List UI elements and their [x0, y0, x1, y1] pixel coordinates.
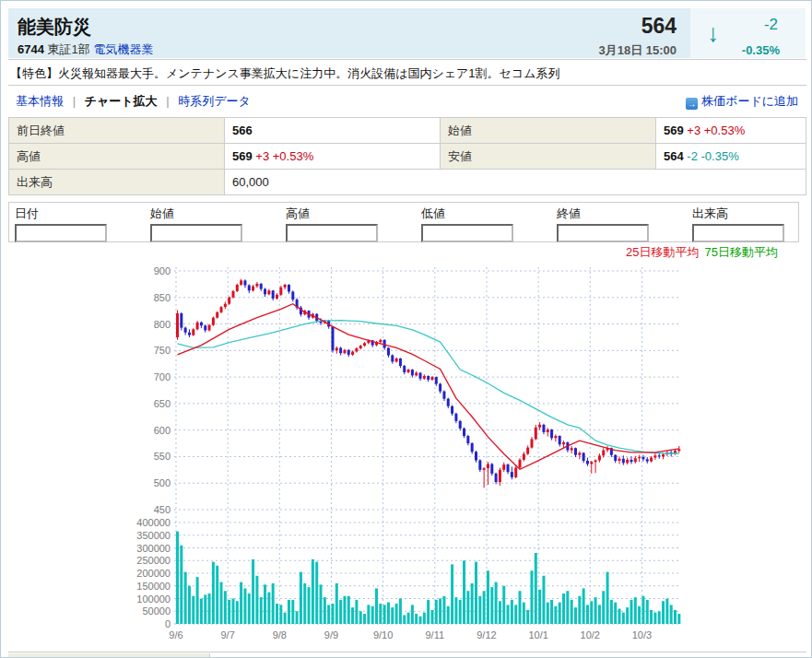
stock-sub-line: 6744 東証1部 電気機器業	[18, 41, 153, 58]
input-col-low: 低値	[421, 205, 550, 242]
tab-separator: |	[166, 94, 169, 108]
add-to-price-board[interactable]: →株価ボードに追加	[686, 93, 798, 110]
add-board-arrow-icon: →	[686, 98, 698, 110]
quote-header: 能美防災 6744 東証1部 電気機器業 564 3月18日 15:00 ↓ -…	[8, 8, 806, 58]
svg-text:750: 750	[154, 345, 171, 356]
price-change: -2	[764, 16, 778, 34]
tab-separator: |	[73, 94, 76, 108]
volume-label: 出来高	[9, 170, 225, 195]
stock-market: 東証1部	[48, 42, 90, 56]
svg-text:100000: 100000	[136, 593, 171, 605]
volume-input[interactable]	[692, 224, 784, 242]
high-label: 高値	[9, 144, 225, 170]
svg-text:650: 650	[154, 398, 171, 409]
add-board-link[interactable]: 株価ボードに追加	[701, 94, 798, 108]
next-section-row	[8, 652, 806, 658]
svg-text:9/11: 9/11	[426, 629, 445, 640]
svg-text:600: 600	[154, 425, 171, 436]
price-change-percent: -0.35%	[742, 43, 780, 57]
low-change: -2 -0.35%	[687, 149, 738, 163]
svg-text:10/2: 10/2	[581, 629, 600, 640]
table-row: 高値 569 +3 +0.53% 安値 564 -2 -0.35%	[9, 144, 806, 170]
svg-text:9/10: 9/10	[373, 629, 393, 640]
svg-text:50000: 50000	[142, 605, 171, 617]
svg-text:9/7: 9/7	[221, 629, 235, 640]
svg-text:850: 850	[154, 292, 171, 303]
svg-text:350000: 350000	[136, 530, 171, 541]
svg-text:9/12: 9/12	[477, 629, 496, 640]
svg-text:700: 700	[154, 371, 171, 382]
table-row: 前日終値 566 始値 569 +3 +0.53%	[9, 118, 806, 144]
next-section-label-cell	[8, 653, 210, 658]
tab-time-series[interactable]: 時系列データ	[178, 94, 251, 108]
prev-close-value: 566	[225, 118, 441, 144]
close-input[interactable]	[557, 224, 649, 242]
svg-text:200000: 200000	[136, 568, 171, 579]
price-summary-table: 前日終値 566 始値 569 +3 +0.53% 高値 569 +3 +0.5…	[8, 117, 806, 195]
svg-text:10/3: 10/3	[632, 629, 652, 640]
ohlc-input-panel: 日付 始値 高値 低値 終値 出来高	[8, 202, 799, 242]
svg-text:800: 800	[154, 319, 171, 330]
svg-text:0: 0	[165, 618, 171, 629]
open-value: 569 +3 +0.53%	[656, 118, 806, 144]
company-feature-text: 【特色】火災報知器最大手。メンテナンス事業拡大に注力中。消火設備は国内シェア1割…	[10, 65, 803, 82]
divider	[8, 59, 806, 60]
date-input[interactable]	[15, 224, 107, 242]
svg-text:400000: 400000	[136, 517, 171, 528]
low-label: 安値	[441, 144, 656, 170]
ma-legend: 25日移動平均75日移動平均	[626, 244, 778, 261]
view-tabs: 基本情報 | チャート拡大 | 時系列データ	[16, 93, 251, 110]
table-row: 出来高 60,000	[9, 170, 806, 195]
stock-detail-page: 能美防災 6744 東証1部 電気機器業 564 3月18日 15:00 ↓ -…	[0, 0, 812, 658]
low-value: 564 -2 -0.35%	[656, 144, 806, 170]
stock-code: 6744	[18, 42, 44, 56]
svg-text:300000: 300000	[136, 543, 171, 554]
price-down-arrow-icon: ↓	[707, 21, 720, 46]
divider	[8, 85, 806, 86]
svg-text:10/1: 10/1	[528, 629, 547, 640]
tab-basic-info[interactable]: 基本情報	[16, 94, 64, 108]
open-input[interactable]	[150, 224, 242, 242]
tab-chart-enlarged-current: チャート拡大	[85, 94, 158, 108]
svg-text:250000: 250000	[136, 555, 171, 566]
volume-value: 60,000	[225, 170, 806, 195]
svg-text:900: 900	[154, 265, 171, 276]
industry-link[interactable]: 電気機器業	[93, 42, 153, 56]
quote-datetime: 3月18日 15:00	[598, 42, 677, 59]
input-col-date: 日付	[15, 205, 144, 242]
svg-text:500: 500	[154, 477, 171, 488]
legend-ma75: 75日移動平均	[705, 245, 778, 259]
stock-name: 能美防災	[18, 15, 91, 40]
input-col-high: 高値	[286, 205, 415, 242]
svg-text:9/6: 9/6	[169, 629, 182, 640]
input-col-volume: 出来高	[692, 205, 812, 242]
input-col-close: 終値	[557, 205, 686, 242]
svg-text:9/8: 9/8	[273, 629, 287, 640]
svg-text:450: 450	[154, 504, 171, 515]
input-col-open: 始値	[150, 205, 279, 242]
svg-text:550: 550	[154, 451, 171, 462]
open-change: +3 +0.53%	[687, 123, 745, 137]
svg-text:9/9: 9/9	[324, 629, 338, 640]
high-value: 569 +3 +0.53%	[225, 144, 441, 170]
high-input[interactable]	[286, 224, 378, 242]
open-label: 始値	[441, 118, 656, 144]
prev-close-label: 前日終値	[9, 118, 225, 144]
svg-text:150000: 150000	[136, 581, 171, 592]
low-input[interactable]	[421, 224, 513, 242]
current-price: 564	[641, 14, 677, 39]
high-change: +3 +0.53%	[255, 149, 313, 163]
legend-ma25: 25日移動平均	[626, 245, 699, 259]
